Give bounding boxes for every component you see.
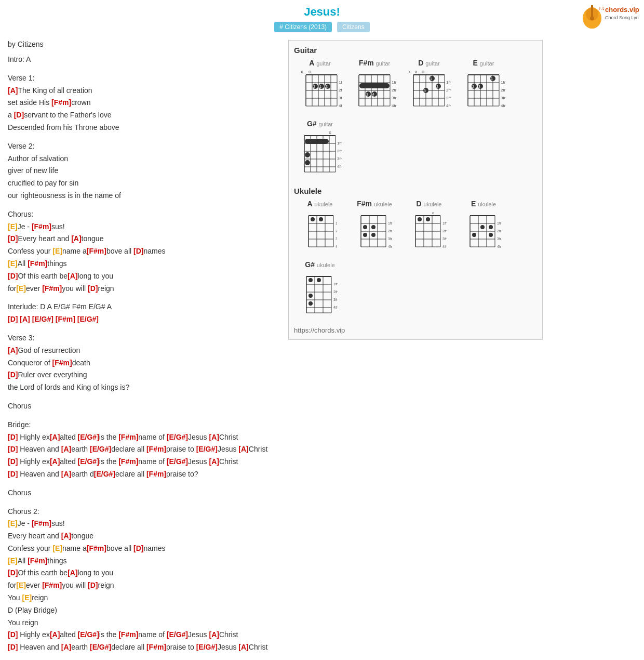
chord-Fm-b2[interactable]: [F#m] bbox=[146, 445, 166, 453]
chord-A-c2-10[interactable]: [A] bbox=[50, 630, 60, 639]
chord-EG-b4[interactable]: [E/G#] bbox=[94, 470, 115, 478]
chord-E-c2-4[interactable]: [E] bbox=[8, 557, 18, 565]
chord-A-c1[interactable]: [A] bbox=[71, 234, 81, 243]
svg-text:1fr: 1fr bbox=[333, 282, 338, 286]
chord-D-c2-5[interactable]: [D] bbox=[8, 569, 18, 577]
page-header: Jesus! # Citizens (2013) Citizens bbox=[0, 0, 644, 35]
chord-D-c3[interactable]: [D] bbox=[8, 272, 18, 280]
chord-D-c2-10[interactable]: [D] bbox=[8, 630, 18, 639]
chord-D-i[interactable]: [D] bbox=[8, 315, 18, 323]
chord-Fm-v1[interactable]: [F#m] bbox=[51, 98, 71, 107]
chord-EG2-i[interactable]: [E/G#] bbox=[77, 315, 99, 323]
chord-Fm-v3[interactable]: [F#m] bbox=[52, 359, 72, 367]
chord-E-c2-6[interactable]: [E] bbox=[16, 581, 26, 589]
chord-Fm-c2-10[interactable]: [F#m] bbox=[118, 630, 138, 639]
chord-Fm-b4[interactable]: [F#m] bbox=[146, 470, 166, 478]
chord-A-b2[interactable]: [A] bbox=[61, 445, 71, 453]
chord-D-b3[interactable]: [D] bbox=[8, 457, 18, 466]
chord-A2-c2-10[interactable]: [A] bbox=[209, 630, 219, 639]
chord-EG2-b3[interactable]: [E/G#] bbox=[167, 457, 188, 466]
svg-text:4fr: 4fr bbox=[333, 306, 338, 309]
chord-EG-i[interactable]: [E/G#] bbox=[32, 315, 53, 323]
chord-D-c1[interactable]: [D] bbox=[8, 234, 18, 243]
chord-A2-b2[interactable]: [A] bbox=[238, 445, 248, 453]
chord-D-c2-3[interactable]: [D] bbox=[133, 544, 143, 552]
chord-EG-b1[interactable]: [E/G#] bbox=[78, 433, 99, 441]
chord-Fm-c2-11[interactable]: [F#m] bbox=[146, 643, 166, 651]
chord-A-b4[interactable]: [A] bbox=[61, 470, 71, 478]
svg-point-175 bbox=[489, 233, 493, 237]
bridge-line3: [D] Highly ex[A]alted [E/G#]is the [F#m]… bbox=[8, 456, 278, 468]
svg-text:4fr: 4fr bbox=[337, 164, 342, 169]
c2-line11: [D] Heaven and [A]earth [E/G#]declare al… bbox=[8, 641, 278, 654]
chord-A-i[interactable]: [A] bbox=[20, 315, 30, 323]
chord-A-v1[interactable]: [A] bbox=[8, 86, 18, 95]
chord-Fm-c2-3[interactable]: [F#m] bbox=[87, 544, 106, 552]
svg-text:1fr: 1fr bbox=[388, 221, 393, 225]
chorus-line5: [D]Of this earth be[A]long to you bbox=[8, 270, 278, 283]
chord-A-b3[interactable]: [A] bbox=[50, 457, 60, 466]
chord-EG-c2-11[interactable]: [E/G#] bbox=[90, 643, 111, 651]
chorus2-block: Chorus bbox=[8, 400, 278, 413]
chord-D-b2[interactable]: [D] bbox=[8, 445, 18, 453]
chord-A2-c2-11[interactable]: [A] bbox=[238, 643, 248, 651]
verse1-line1: [A]The King of all creation bbox=[8, 85, 278, 97]
chord-E-c3[interactable]: [E] bbox=[8, 259, 18, 268]
chord-Fm-i[interactable]: [F#m] bbox=[56, 315, 75, 323]
chord-E-c2-1[interactable]: [E] bbox=[8, 519, 18, 527]
intro-text: Intro: A bbox=[8, 55, 31, 63]
chord-D-c4[interactable]: [D] bbox=[88, 284, 98, 293]
chord-EG-c2-10[interactable]: [E/G#] bbox=[78, 630, 99, 639]
chord-D-b4[interactable]: [D] bbox=[8, 470, 18, 478]
c2-line7: You [E]reign bbox=[8, 592, 278, 604]
chord-Fm-c2[interactable]: [F#m] bbox=[87, 247, 106, 255]
svg-point-124 bbox=[311, 217, 315, 221]
svg-point-157 bbox=[418, 217, 422, 221]
chord-Fm-c3[interactable]: [F#m] bbox=[28, 259, 47, 268]
chord-A-b1[interactable]: [A] bbox=[50, 433, 60, 441]
tag-citizens[interactable]: Citizens bbox=[337, 22, 370, 32]
panel-site-url: https://chords.vip bbox=[294, 326, 537, 334]
chord-D-c2[interactable]: [D] bbox=[133, 247, 143, 255]
chord-Fm-b3[interactable]: [F#m] bbox=[118, 457, 138, 466]
chord-A-c2-5[interactable]: [A] bbox=[68, 569, 77, 577]
chord-EG2-c2-11[interactable]: [E/G#] bbox=[196, 643, 218, 651]
chord-E-c4[interactable]: [E] bbox=[16, 284, 26, 293]
svg-text:3fr: 3fr bbox=[388, 237, 393, 241]
chord-D-c2-6[interactable]: [D] bbox=[88, 581, 98, 589]
chord-Fm-b1[interactable]: [F#m] bbox=[118, 433, 138, 441]
svg-text:1: 1 bbox=[430, 77, 432, 81]
uke-E-header: E ukulele bbox=[458, 200, 509, 208]
chord-Fm-c2-4[interactable]: [F#m] bbox=[28, 557, 47, 565]
chord-EG2-c2-10[interactable]: [E/G#] bbox=[167, 630, 188, 639]
chord-E-c1[interactable]: [E] bbox=[8, 222, 18, 231]
chord-D-b1[interactable]: [D] bbox=[8, 433, 18, 441]
interlude-text: Interlude: D A E/G# F#m E/G# A bbox=[8, 301, 278, 313]
chord-A-c2[interactable]: [A] bbox=[68, 272, 77, 280]
chord-Fm-c4[interactable]: [F#m] bbox=[42, 284, 62, 293]
chord-D-v1[interactable]: [D] bbox=[14, 111, 24, 119]
chord-A2-b3[interactable]: [A] bbox=[209, 457, 219, 466]
chord-A-c2-2[interactable]: [A] bbox=[61, 532, 71, 540]
guitar-chord-row2: G# guitar x bbox=[294, 120, 537, 181]
chord-D-v3[interactable]: [D] bbox=[8, 371, 18, 379]
svg-rect-41 bbox=[359, 83, 390, 88]
chord-EG2-b2[interactable]: [E/G#] bbox=[196, 445, 218, 453]
chord-Fm-c1[interactable]: [F#m] bbox=[32, 222, 51, 231]
chord-A2-b1[interactable]: [A] bbox=[209, 433, 219, 441]
chord-E-c2-7[interactable]: [E] bbox=[22, 593, 32, 602]
chord-A-v3[interactable]: [A] bbox=[8, 346, 18, 354]
chord-EG-b2[interactable]: [E/G#] bbox=[90, 445, 111, 453]
chord-D-c2-11[interactable]: [D] bbox=[8, 643, 18, 651]
chord-EG2-b1[interactable]: [E/G#] bbox=[167, 433, 188, 441]
chord-A-c2-11[interactable]: [A] bbox=[61, 643, 71, 651]
chord-Fm-c2-1[interactable]: [F#m] bbox=[32, 519, 51, 527]
svg-text:2fr: 2fr bbox=[501, 88, 506, 93]
tag-citizens-2013[interactable]: # Citizens (2013) bbox=[274, 22, 332, 32]
chorus-line6: for[E]ever [F#m]you will [D]reign bbox=[8, 283, 278, 295]
chord-Fm-c2-6[interactable]: [F#m] bbox=[42, 581, 62, 589]
chord-E-c2-3[interactable]: [E] bbox=[52, 544, 62, 552]
verse3-block: Verse 3: [A]God of resurrection Conquero… bbox=[8, 332, 278, 394]
chord-EG-b3[interactable]: [E/G#] bbox=[78, 457, 99, 466]
chord-E-c2[interactable]: [E] bbox=[52, 247, 62, 255]
